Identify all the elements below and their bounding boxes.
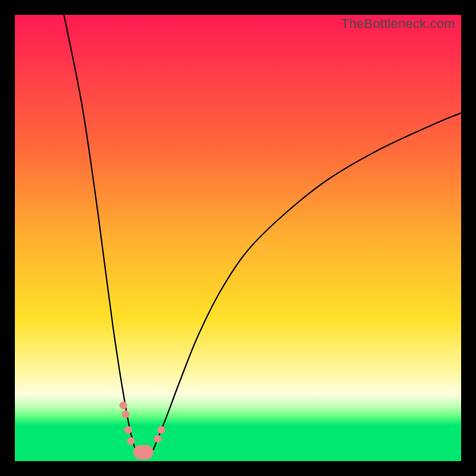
marker-bar [133,445,154,459]
marker-dot [154,435,162,443]
watermark-label: TheBottleneck.com [341,16,455,32]
marker-dot [158,426,165,434]
curve-left-branch [64,15,136,450]
chart-frame: TheBottleneck.com [15,15,461,461]
marker-dot [127,437,135,445]
curve-right-branch [154,113,462,450]
chart-canvas [15,15,461,461]
marker-dot [122,411,130,418]
marker-dot [124,426,132,434]
marker-dot [120,402,127,409]
